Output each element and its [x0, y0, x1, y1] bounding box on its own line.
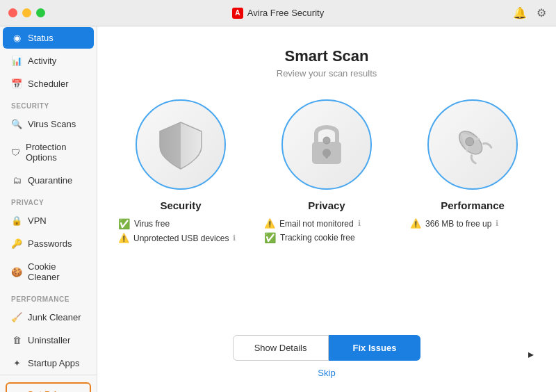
sidebar: ◉ Status 📊 Activity 📅 Scheduler SECURITY…: [0, 26, 97, 392]
main-content: Smart Scan Review your scan results: [97, 26, 556, 392]
privacy-card-circle: [281, 99, 372, 190]
svg-rect-2: [325, 153, 328, 158]
shield-icon: [156, 119, 205, 171]
virus-scans-icon: 🔍: [11, 119, 22, 129]
storage-info-icon[interactable]: ℹ: [496, 219, 498, 228]
minimize-button[interactable]: [22, 8, 31, 17]
security-item-usb: ⚠️ Unprotected USB devices ℹ: [118, 233, 243, 243]
fix-issues-button[interactable]: Fix Issues: [329, 335, 421, 361]
sidebar-item-scheduler[interactable]: 📅 Scheduler: [3, 73, 94, 95]
sidebar-item-status[interactable]: ◉ Status: [3, 27, 94, 49]
show-details-button[interactable]: Show Details: [233, 335, 329, 361]
warn-icon: ⚠️: [118, 233, 129, 243]
passwords-icon: 🔑: [11, 238, 22, 249]
sidebar-item-cookie-cleaner[interactable]: 🍪 Cookie Cleaner: [3, 256, 94, 288]
rocket-icon: [450, 122, 496, 168]
sidebar-item-junk-cleaner[interactable]: 🧹 Junk Cleaner: [3, 307, 94, 328]
get-prime-button[interactable]: Get Prime: [6, 382, 91, 392]
privacy-card-title: Privacy: [308, 199, 345, 211]
security-card-items: ✅ Virus free ⚠️ Unprotected USB devices …: [118, 218, 243, 247]
privacy-section-label: PRIVACY: [0, 192, 97, 209]
title-bar-actions: 🔔 ⚙: [512, 5, 548, 21]
page-title: Smart Scan: [284, 47, 368, 65]
ok-icon: ✅: [118, 218, 130, 229]
cookie-icon: 🍪: [11, 267, 22, 277]
title-bar: A Avira Free Security 🔔 ⚙: [0, 0, 556, 26]
ok-icon-cookie: ✅: [264, 232, 276, 243]
protection-icon: 🛡: [11, 147, 20, 158]
scheduler-icon: 📅: [11, 79, 22, 89]
sidebar-item-uninstaller[interactable]: 🗑 Uninstaller: [3, 329, 94, 351]
avira-app-icon: A: [232, 8, 243, 19]
sidebar-item-quarantine[interactable]: 🗂 Quarantine: [3, 170, 94, 191]
usb-info-icon[interactable]: ℹ: [233, 234, 236, 243]
bottom-actions: Show Details Fix Issues Skip: [111, 335, 542, 378]
page-subtitle: Review your scan results: [277, 68, 377, 79]
security-item-virus-free: ✅ Virus free: [118, 218, 243, 229]
sidebar-item-activity[interactable]: 📊 Activity: [3, 50, 94, 72]
vpn-icon: 🔒: [11, 215, 22, 226]
privacy-item-email: ⚠️ Email not monitored ℹ: [264, 218, 389, 229]
sidebar-item-virus-scans[interactable]: 🔍 Virus Scans: [3, 113, 94, 135]
warn-icon-email: ⚠️: [264, 218, 275, 229]
action-buttons: Show Details Fix Issues: [233, 335, 421, 361]
activity-icon: 📊: [11, 56, 22, 66]
junk-icon: 🧹: [11, 312, 22, 322]
close-button[interactable]: [8, 8, 17, 17]
traffic-lights: [8, 8, 45, 17]
email-info-icon[interactable]: ℹ: [358, 219, 361, 228]
security-card-circle: [136, 99, 226, 190]
settings-button[interactable]: ⚙: [535, 5, 548, 21]
warn-icon-storage: ⚠️: [410, 218, 421, 229]
sidebar-item-startup-apps[interactable]: ✦ Startup Apps: [3, 352, 94, 374]
privacy-card-items: ⚠️ Email not monitored ℹ ✅ Tracking cook…: [264, 218, 389, 247]
performance-card-items: ⚠️ 366 MB to free up ℹ: [410, 218, 535, 232]
sidebar-item-vpn[interactable]: 🔒 VPN: [3, 210, 94, 231]
performance-section-label: PERFORMANCE: [0, 288, 97, 306]
maximize-button[interactable]: [36, 8, 45, 17]
sidebar-item-passwords[interactable]: 🔑 Passwords: [3, 233, 94, 254]
notification-button[interactable]: 🔔: [512, 5, 528, 21]
performance-card: Performance ⚠️ 366 MB to free up ℹ: [410, 99, 535, 232]
security-card: Security ✅ Virus free ⚠️ Unprotected USB…: [118, 99, 243, 247]
sidebar-bottom: Get Prime 👤 Register: [0, 375, 97, 392]
privacy-item-cookie: ✅ Tracking cookie free: [264, 232, 389, 243]
skip-button[interactable]: Skip: [318, 368, 335, 378]
uninstaller-icon: 🗑: [11, 335, 22, 345]
security-section-label: SECURITY: [0, 95, 97, 113]
security-card-title: Security: [160, 199, 201, 211]
app-body: ◉ Status 📊 Activity 📅 Scheduler SECURITY…: [0, 26, 556, 392]
cursor-indicator: ▸: [528, 348, 535, 357]
lock-icon: [306, 120, 347, 170]
window-title: A Avira Free Security: [232, 8, 324, 19]
performance-card-title: Performance: [441, 199, 505, 211]
privacy-card: Privacy ⚠️ Email not monitored ℹ ✅ Track…: [264, 99, 389, 247]
quarantine-icon: 🗂: [11, 175, 22, 186]
sidebar-item-protection-options[interactable]: 🛡 Protection Options: [3, 136, 94, 168]
status-icon: ◉: [11, 33, 22, 43]
scan-cards: Security ✅ Virus free ⚠️ Unprotected USB…: [118, 99, 535, 247]
svg-point-3: [323, 137, 330, 144]
performance-card-circle: [427, 99, 518, 190]
startup-icon: ✦: [11, 358, 22, 368]
performance-item-storage: ⚠️ 366 MB to free up ℹ: [410, 218, 535, 229]
